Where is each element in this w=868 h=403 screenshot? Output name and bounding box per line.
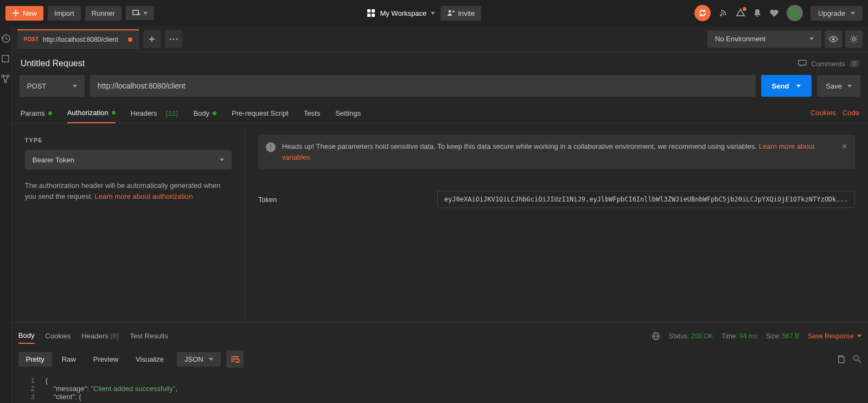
tab-options-button[interactable] xyxy=(165,30,182,48)
satellite-icon[interactable] xyxy=(718,8,728,18)
svg-rect-22 xyxy=(839,357,844,363)
view-pretty-button[interactable]: Pretty xyxy=(18,352,52,367)
comments-button[interactable]: Comments 0 xyxy=(798,60,859,68)
plus-icon xyxy=(12,9,20,17)
tab-body[interactable]: Body xyxy=(193,103,216,123)
svg-rect-1 xyxy=(12,12,19,14)
bell-icon[interactable] xyxy=(753,8,762,18)
info-icon: ! xyxy=(266,142,276,152)
copy-icon[interactable] xyxy=(837,355,845,363)
upgrade-label: Upgrade xyxy=(818,9,845,17)
svg-rect-4 xyxy=(372,9,375,12)
avatar[interactable] xyxy=(787,5,803,21)
tab-url: http://localhost:8080/client xyxy=(43,36,118,43)
history-icon[interactable] xyxy=(1,34,10,43)
environment-value: No Environment xyxy=(715,35,765,43)
auth-type-value: Bearer Token xyxy=(33,156,74,164)
tab-method: POST xyxy=(24,36,39,42)
wrap-lines-icon[interactable] xyxy=(226,350,244,368)
svg-point-8 xyxy=(720,14,722,16)
collections-icon[interactable] xyxy=(1,54,10,63)
add-tab-button[interactable] xyxy=(143,30,161,48)
environment-selector[interactable]: No Environment xyxy=(707,30,821,48)
send-label: Send xyxy=(772,82,789,90)
svg-point-14 xyxy=(169,38,171,40)
grid-icon xyxy=(367,9,375,17)
settings-icon[interactable] xyxy=(845,30,863,48)
url-input[interactable] xyxy=(90,75,756,97)
new-button[interactable]: New xyxy=(5,6,43,21)
workspace-selector[interactable]: My Workspace xyxy=(367,9,435,17)
chevron-down-icon xyxy=(431,12,435,15)
cookies-link[interactable]: Cookies xyxy=(810,103,836,123)
method-selector[interactable]: POST xyxy=(20,75,85,97)
auth-help-text: The authorization header will be automat… xyxy=(25,180,232,202)
request-title[interactable]: Untitled Request xyxy=(21,59,85,68)
response-tab-headers[interactable]: Headers (8) xyxy=(81,329,119,343)
search-icon[interactable] xyxy=(853,355,861,363)
tab-headers[interactable]: Headers (11) xyxy=(131,103,178,123)
chevron-down-icon xyxy=(857,335,861,337)
time-label: Time: xyxy=(722,332,738,340)
response-tab-body[interactable]: Body xyxy=(18,328,35,344)
chevron-down-icon xyxy=(796,85,801,87)
chevron-down-icon xyxy=(143,12,148,15)
close-icon[interactable]: ✕ xyxy=(841,141,847,152)
chevron-down-icon xyxy=(809,37,814,40)
method-value: POST xyxy=(27,82,46,90)
upgrade-button[interactable]: Upgrade xyxy=(810,6,863,21)
response-body[interactable]: 1{ 2 "message": "Client added successful… xyxy=(12,374,868,403)
request-tab[interactable]: POST http://localhost:8080/client xyxy=(17,29,139,49)
status-dot-icon xyxy=(48,111,52,115)
svg-rect-5 xyxy=(367,14,371,17)
auth-type-selector[interactable]: Bearer Token xyxy=(25,150,232,169)
save-response-button[interactable]: Save Response xyxy=(808,332,861,340)
format-selector[interactable]: JSON xyxy=(177,352,221,367)
view-visualize-button[interactable]: Visualize xyxy=(128,352,171,367)
svg-rect-19 xyxy=(799,60,806,65)
person-plus-icon xyxy=(447,9,455,17)
window-plus-icon xyxy=(132,9,140,17)
comment-icon xyxy=(798,60,807,67)
response-tab-cookies[interactable]: Cookies xyxy=(46,329,71,343)
invite-label: Invite xyxy=(458,9,475,17)
tab-params[interactable]: Params xyxy=(21,103,52,123)
view-preview-button[interactable]: Preview xyxy=(86,352,126,367)
view-raw-button[interactable]: Raw xyxy=(54,352,84,367)
tab-authorization[interactable]: Authorization xyxy=(67,103,116,123)
globe-icon[interactable] xyxy=(652,332,660,341)
import-button[interactable]: Import xyxy=(48,6,81,21)
svg-point-13 xyxy=(4,80,7,83)
sync-icon[interactable] xyxy=(694,5,711,21)
time-value: 94 ms xyxy=(739,332,757,340)
heart-icon[interactable] xyxy=(769,9,779,17)
save-button[interactable]: Save xyxy=(817,75,860,97)
svg-rect-2 xyxy=(133,10,138,15)
svg-rect-6 xyxy=(372,14,375,17)
token-input[interactable]: eyJ0eXAiOiJKV1QiLCJhbGciOiJIUzI1NiJ9.eyJ… xyxy=(437,191,855,208)
bootcamp-icon[interactable] xyxy=(736,8,745,18)
code-link[interactable]: Code xyxy=(843,103,859,123)
environment-quicklook-icon[interactable] xyxy=(825,30,842,48)
token-label: Token xyxy=(258,196,421,204)
invite-button[interactable]: Invite xyxy=(441,6,481,21)
auth-learn-more-link[interactable]: Learn more about authorization xyxy=(95,192,193,200)
comments-label: Comments xyxy=(811,60,845,68)
chevron-down-icon xyxy=(847,85,852,87)
svg-point-18 xyxy=(853,37,856,40)
status-dot-icon xyxy=(213,111,216,115)
response-tab-testresults[interactable]: Test Results xyxy=(130,329,168,343)
tab-settings[interactable]: Settings xyxy=(335,103,361,123)
tab-tests[interactable]: Tests xyxy=(304,103,320,123)
new-tab-dropdown-button[interactable] xyxy=(126,6,154,20)
chevron-down-icon xyxy=(73,85,77,87)
tab-prerequest[interactable]: Pre-request Script xyxy=(232,103,289,123)
apis-icon[interactable] xyxy=(1,74,10,84)
send-button[interactable]: Send xyxy=(761,75,812,97)
runner-button[interactable]: Runner xyxy=(85,6,122,21)
svg-point-11 xyxy=(2,75,4,77)
comments-count: 0 xyxy=(850,60,859,67)
auth-type-label: TYPE xyxy=(25,137,232,143)
size-value: 567 B xyxy=(782,332,799,340)
new-label: New xyxy=(23,9,37,17)
